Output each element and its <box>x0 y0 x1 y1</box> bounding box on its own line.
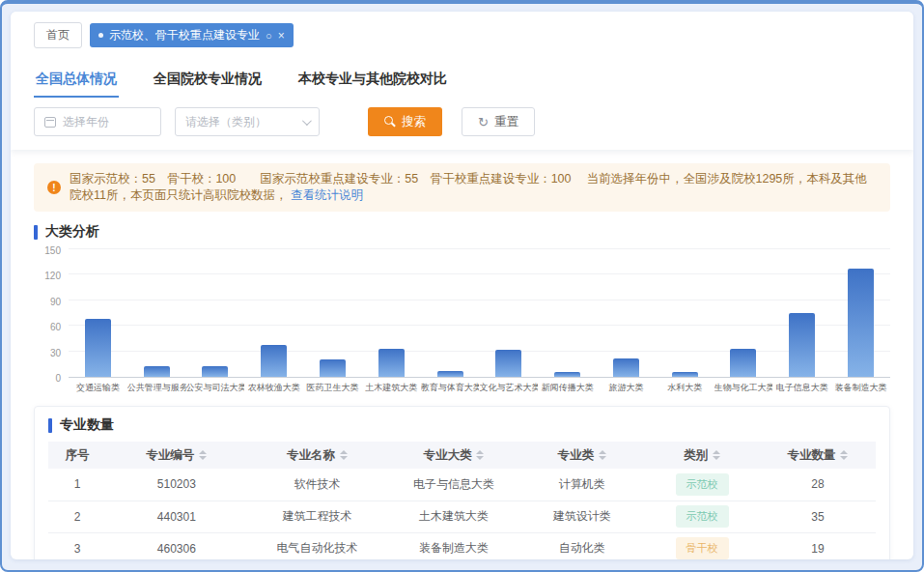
table-cell: 3 <box>48 532 106 559</box>
bar-生物与化工大类[interactable] <box>730 349 756 377</box>
y-tick-label: 30 <box>50 347 61 358</box>
table-cell: 440301 <box>106 500 247 532</box>
column-header-类别[interactable]: 类别 <box>644 442 760 469</box>
chart-section-title: 大类分析 <box>34 223 890 241</box>
bar-chart: 0306090120150 <box>34 250 890 378</box>
column-label: 序号 <box>65 448 89 462</box>
x-tick-label: 新闻传播大类 <box>538 382 597 394</box>
status-badge: 示范校 <box>676 505 729 528</box>
status-badge: 示范校 <box>676 473 729 496</box>
x-tick-label: 医药卫生大类 <box>303 382 362 394</box>
bar-文化与艺术大类[interactable] <box>495 350 521 377</box>
bar-公安与司法大类[interactable] <box>202 366 228 377</box>
title-accent-bar <box>48 418 52 433</box>
bar-装备制造大类[interactable] <box>848 269 874 377</box>
bar-新闻传播大类[interactable] <box>554 372 580 377</box>
chart-title-text: 大类分析 <box>45 223 99 241</box>
active-breadcrumb-tag[interactable]: 示范校、骨干校重点建设专业 ○ × <box>90 23 294 47</box>
x-tick-label: 旅游大类 <box>597 382 656 394</box>
table-cell: 2 <box>48 500 106 532</box>
home-breadcrumb-button[interactable]: 首页 <box>34 22 82 48</box>
table-cell: 电气自动化技术 <box>247 532 388 559</box>
bar-cell <box>479 350 538 377</box>
reset-button[interactable]: ↻ 重置 <box>462 107 535 136</box>
x-tick-label: 装备制造大类 <box>831 382 890 394</box>
tab-全国院校专业情况[interactable]: 全国院校专业情况 <box>152 63 264 98</box>
bar-cell <box>244 345 303 377</box>
bar-cell <box>538 372 597 377</box>
sort-carets-icon[interactable] <box>599 450 606 460</box>
column-header-专业大类[interactable]: 专业大类 <box>387 442 519 469</box>
reset-refresh-icon: ↻ <box>478 116 489 129</box>
table-row: 2440301建筑工程技术土木建筑大类建筑设计类示范校35 <box>48 500 876 532</box>
chart-plot-area <box>69 250 890 378</box>
bar-交通运输类[interactable] <box>85 319 111 377</box>
gridline <box>69 248 890 249</box>
sort-carets-icon[interactable] <box>713 450 720 460</box>
tab-全国总体情况[interactable]: 全国总体情况 <box>34 63 119 98</box>
bar-医药卫生大类[interactable] <box>320 359 346 377</box>
chart-bars <box>69 250 890 377</box>
table-cell: 460306 <box>106 532 247 559</box>
close-icon[interactable]: × <box>278 29 285 43</box>
table-cell: 28 <box>760 469 876 500</box>
category-badge-cell: 示范校 <box>644 469 760 500</box>
sort-carets-icon[interactable] <box>340 450 348 460</box>
bar-公共管理与服务大类[interactable] <box>144 366 170 377</box>
majors-table: 序号专业编号专业名称专业大类专业类类别专业数量 1510203软件技术电子与信息… <box>48 442 876 559</box>
y-tick-label: 120 <box>44 271 61 281</box>
x-tick-label: 电子信息大类 <box>772 382 831 394</box>
category-select[interactable]: 请选择（类别） <box>175 107 320 136</box>
table-section-title: 专业数量 <box>48 416 876 434</box>
chart-x-axis-labels: 交通运输类公共管理与服务大类公安与司法大类农林牧渔大类医药卫生大类土木建筑大类教… <box>69 382 890 394</box>
column-header-专业编号[interactable]: 专业编号 <box>106 442 247 469</box>
bar-农林牧渔大类[interactable] <box>261 345 287 377</box>
search-button[interactable]: 搜索 <box>368 107 442 136</box>
x-tick-label: 文化与艺术大类 <box>479 382 538 394</box>
sort-carets-icon[interactable] <box>199 450 207 460</box>
y-tick-label: 90 <box>50 296 61 306</box>
search-icon <box>384 116 396 128</box>
table-cell: 软件技术 <box>247 469 388 500</box>
table-title-text: 专业数量 <box>60 416 114 434</box>
table-cell: 建筑工程技术 <box>247 500 388 532</box>
x-tick-label: 水利大类 <box>656 382 714 394</box>
warning-icon: ! <box>47 181 61 194</box>
bar-cell <box>597 358 656 377</box>
bar-水利大类[interactable] <box>672 372 698 377</box>
banner-text: 国家示范校：55 骨干校：100 国家示范校重点建设专业：55 骨干校重点建设专… <box>70 171 877 204</box>
reset-button-label: 重置 <box>494 114 518 130</box>
tab-本校专业与其他院校对比[interactable]: 本校专业与其他院校对比 <box>296 63 449 98</box>
category-badge-cell: 骨干校 <box>644 532 760 559</box>
refresh-icon[interactable]: ○ <box>266 30 272 42</box>
table-cell: 计算机类 <box>519 469 644 500</box>
breadcrumb: 首页 示范校、骨干校重点建设专业 ○ × <box>11 12 913 57</box>
table-cell: 土木建筑大类 <box>387 500 519 532</box>
stats-explanation-link[interactable]: 查看统计说明 <box>291 188 363 202</box>
tabs: 全国总体情况全国院校专业情况本校专业与其他院校对比 <box>11 57 913 98</box>
bar-cell <box>772 313 831 377</box>
info-banner: ! 国家示范校：55 骨干校：100 国家示范校重点建设专业：55 骨干校重点建… <box>34 163 890 212</box>
column-header-专业类[interactable]: 专业类 <box>519 442 644 469</box>
sort-carets-icon[interactable] <box>840 450 848 460</box>
bar-电子信息大类[interactable] <box>789 313 815 377</box>
table-cell: 510203 <box>106 469 247 500</box>
year-placeholder: 选择年份 <box>63 114 109 130</box>
table-cell: 35 <box>760 500 876 532</box>
bar-土木建筑大类[interactable] <box>378 349 405 377</box>
column-header-专业数量[interactable]: 专业数量 <box>760 442 876 469</box>
category-badge-cell: 示范校 <box>644 500 760 532</box>
table-cell: 自动化类 <box>519 532 644 559</box>
year-date-picker[interactable]: 选择年份 <box>34 107 161 136</box>
app-frame: 首页 示范校、骨干校重点建设专业 ○ × 全国总体情况全国院校专业情况本校专业与… <box>0 0 924 572</box>
chevron-down-icon <box>302 116 312 126</box>
sort-carets-icon[interactable] <box>476 450 484 460</box>
column-header-专业名称[interactable]: 专业名称 <box>247 442 388 469</box>
column-label: 专业类 <box>557 448 594 462</box>
column-label: 类别 <box>684 448 708 462</box>
table-cell: 1 <box>48 469 106 500</box>
bar-cell <box>69 319 127 377</box>
bar-教育与体育大类[interactable] <box>437 371 463 377</box>
bar-旅游大类[interactable] <box>613 358 639 377</box>
category-placeholder: 请选择（类别） <box>185 114 266 130</box>
